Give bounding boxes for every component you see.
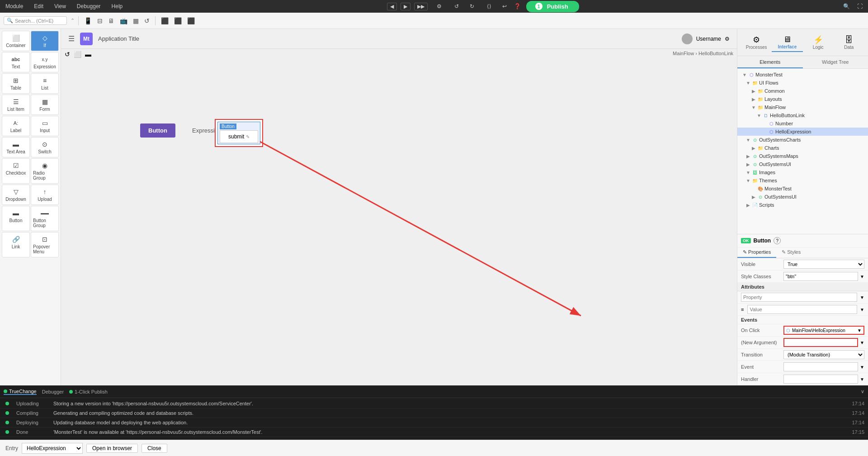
tree-item-scripts[interactable]: ▶ 📄 Scripts	[737, 201, 868, 209]
tree-toggle-monstertest[interactable]: ▼	[742, 72, 747, 77]
search-box[interactable]: 🔍 Search... (Ctrl+E)	[4, 16, 67, 25]
status-tab-truechange[interactable]: TrueChange	[4, 389, 37, 395]
close-button[interactable]: Close	[142, 444, 167, 453]
tree-toggle-uiflows[interactable]: ▼	[745, 81, 751, 86]
nav-separator[interactable]: ▶▶	[414, 3, 428, 10]
tree-item-mainflow[interactable]: ▼ 📁 MainFlow	[737, 103, 868, 111]
search-icon[interactable]: 🔍	[841, 2, 852, 10]
tree-toggle-outsystemsui[interactable]: ▶	[745, 162, 751, 167]
event-input[interactable]	[783, 362, 858, 371]
widget-buttongroup[interactable]: ▬▬ Button Group	[31, 206, 59, 231]
tree-toggle-images[interactable]: ▼	[745, 170, 751, 175]
tree-item-hellobuttonlink[interactable]: ▼ 🗋 HelloButtonLink	[737, 111, 868, 119]
canvas-tool-2[interactable]: ⬜	[74, 51, 81, 58]
tree-toggle-common[interactable]: ▶	[751, 89, 756, 94]
tree-toggle-outsystemscharts[interactable]: ▼	[745, 138, 751, 142]
widget-text[interactable]: abc Text	[2, 52, 30, 72]
newarg-input[interactable]	[783, 338, 858, 347]
widget-expression[interactable]: x.y Expression	[31, 52, 59, 72]
handler-dropdown[interactable]: ▼	[860, 377, 864, 382]
canvas-button[interactable]: Button	[140, 124, 175, 138]
tree-item-outsystemsui-theme[interactable]: ▶ ⊙ OutSystemsUI	[737, 193, 868, 201]
align-left-icon[interactable]: ⬛	[159, 16, 170, 25]
tab-processes[interactable]: ⚙ Processes	[741, 33, 772, 52]
onclick-dropdown[interactable]: ▼	[857, 328, 862, 333]
widget-checkbox[interactable]: ☑ Checkbox	[2, 158, 30, 184]
publish-button[interactable]: 1 Publish	[526, 1, 579, 12]
maximize-icon[interactable]: ⛶	[855, 2, 864, 10]
refresh-icon[interactable]: ↺	[142, 16, 151, 25]
tree-item-outsystemscharts[interactable]: ▼ ⊙ OutSystemsCharts	[737, 136, 868, 144]
tab-interface[interactable]: 🖥 Interface	[772, 33, 802, 52]
nav-forward-btn[interactable]: ▶	[401, 3, 410, 10]
tab-elements[interactable]: Elements	[737, 56, 803, 68]
tree-toggle-scripts[interactable]: ▶	[745, 203, 751, 208]
widget-if[interactable]: ◇ If	[31, 31, 59, 51]
menu-module[interactable]: Module	[4, 2, 25, 10]
menu-view[interactable]: View	[52, 2, 68, 10]
widget-label[interactable]: A: Label	[2, 116, 30, 136]
handler-input[interactable]	[783, 375, 858, 384]
open-browser-button[interactable]: Open in browser	[86, 444, 138, 453]
property-dropdown[interactable]: ▼	[860, 295, 864, 300]
event-dropdown[interactable]: ▼	[860, 365, 864, 370]
transition-select[interactable]: (Module Transition)	[783, 350, 864, 359]
props-tab-properties[interactable]: ✎ Properties	[737, 247, 776, 258]
tree-toggle-layouts[interactable]: ▶	[751, 97, 756, 102]
tree-item-outsystemsmaps[interactable]: ▶ ⊙ OutSystemsMaps	[737, 152, 868, 160]
widget-container[interactable]: ⬜ Container	[2, 31, 30, 51]
mobile-icon[interactable]: 📱	[82, 16, 94, 25]
widget-button[interactable]: ▬ Button	[2, 206, 30, 231]
tree-item-number[interactable]: ⬡ Number	[737, 119, 868, 128]
widget-switch[interactable]: ⊙ Switch	[31, 137, 59, 157]
tree-toggle-hellobuttonlink[interactable]: ▼	[756, 113, 762, 118]
widget-list[interactable]: ≡ List	[31, 73, 59, 94]
desktop-icon[interactable]: 🖥	[106, 16, 116, 25]
custom-size-icon[interactable]: ▦	[131, 16, 141, 25]
visible-select[interactable]: True	[783, 260, 864, 269]
nav-back-btn[interactable]: ◀	[387, 3, 397, 10]
align-right-icon[interactable]: ⬛	[185, 16, 197, 25]
tab-data[interactable]: 🗄 Data	[834, 33, 864, 52]
widget-form[interactable]: ▦ Form	[31, 95, 59, 115]
status-close[interactable]: ∨	[861, 389, 864, 394]
widget-radiogroup[interactable]: ◉ Radio Group	[31, 158, 59, 184]
canvas-submit-button[interactable]: submit ✎	[220, 130, 258, 143]
tree-toggle-outsystemsui-theme[interactable]: ▶	[751, 195, 756, 200]
help-icon[interactable]: ?	[774, 237, 781, 244]
tree-item-images[interactable]: ▼ 🖼 Images	[737, 168, 868, 176]
menu-debugger[interactable]: Debugger	[75, 2, 103, 10]
entry-select[interactable]: HelloExpression	[22, 443, 83, 454]
tree-toggle-mainflow[interactable]: ▼	[751, 105, 756, 110]
menu-help[interactable]: Help	[110, 2, 125, 10]
tree-item-layouts[interactable]: ▶ 📁 Layouts	[737, 95, 868, 103]
value-dropdown[interactable]: ▼	[860, 307, 864, 312]
props-tab-styles[interactable]: ✎ Styles	[776, 247, 806, 258]
tree-item-monstertest[interactable]: ▼ ⬡ MonsterTest	[737, 71, 868, 79]
tree-item-monstertheme[interactable]: 🎨 MonsterTest	[737, 185, 868, 193]
settings-icon[interactable]: ⚙	[725, 36, 730, 42]
widget-table[interactable]: ⊞ Table	[2, 73, 30, 94]
tree-item-outsystemsui[interactable]: ▶ ⊙ OutSystemsUI	[737, 160, 868, 168]
tree-toggle-themes[interactable]: ▼	[745, 178, 751, 183]
widget-dropdown[interactable]: ▽ Dropdown	[2, 185, 30, 205]
property-input[interactable]	[741, 293, 857, 302]
hamburger-menu[interactable]: ☰	[68, 34, 75, 43]
menu-edit[interactable]: Edit	[32, 2, 45, 10]
status-tab-debugger[interactable]: Debugger	[42, 389, 64, 394]
widget-popover[interactable]: ⊡ Popover Menu	[31, 232, 59, 257]
tree-item-uiflows[interactable]: ▼ 📁 UI Flows	[737, 79, 868, 87]
tree-item-charts[interactable]: ▶ 📁 Charts	[737, 144, 868, 152]
widget-input[interactable]: ▭ Input	[31, 116, 59, 136]
canvas-tool-3[interactable]: ▬	[85, 51, 91, 58]
canvas-submit-container[interactable]: Button submit ✎	[215, 119, 263, 147]
tree-item-helloexpression[interactable]: ⬡ HelloExpression	[737, 128, 868, 136]
tree-item-themes[interactable]: ▼ 📁 Themes	[737, 176, 868, 185]
align-center-icon[interactable]: ⬛	[172, 16, 184, 25]
tree-item-common[interactable]: ▶ 📁 Common	[737, 87, 868, 95]
styleclasses-dropdown[interactable]: ▼	[860, 274, 864, 279]
tree-toggle-outsystemsmaps[interactable]: ▶	[745, 154, 751, 159]
tv-icon[interactable]: 📺	[118, 16, 129, 25]
tablet-icon[interactable]: ⊟	[95, 16, 104, 25]
widget-upload[interactable]: ↑ Upload	[31, 185, 59, 205]
